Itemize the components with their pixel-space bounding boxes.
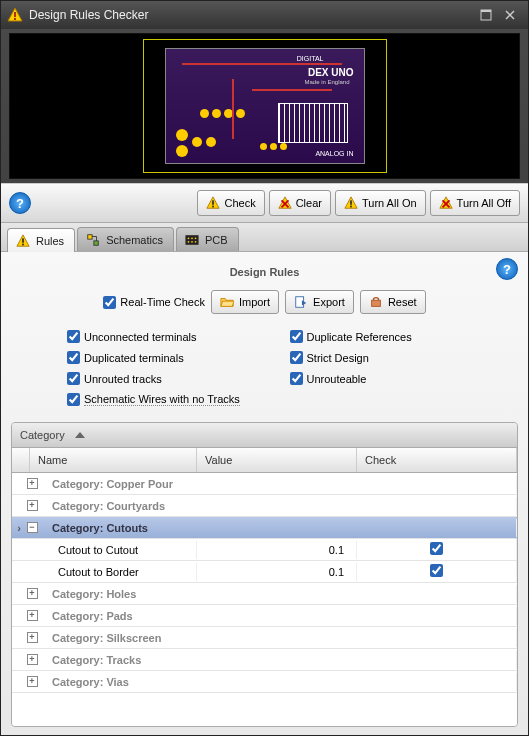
turn-all-off-button[interactable]: Turn All Off (430, 190, 520, 216)
expand-icon[interactable]: + (26, 588, 44, 599)
minimize-button[interactable] (474, 6, 498, 24)
col-check[interactable]: Check (357, 448, 517, 472)
table-row[interactable]: Cutout to Border0.1 (12, 561, 517, 583)
row-name: Cutout to Border (44, 563, 197, 581)
svg-point-27 (188, 237, 190, 239)
warning-icon (206, 196, 220, 210)
check-duplicate-ref[interactable]: Duplicate References (290, 330, 489, 343)
group-by-label: Category (20, 429, 65, 441)
category-label: Category: Holes (44, 585, 517, 603)
check-schem-wires[interactable]: Schematic Wires with no Tracks (67, 393, 488, 406)
warning-x-icon (439, 196, 453, 210)
tab-schematics[interactable]: Schematics (77, 227, 174, 251)
window-title: Design Rules Checker (29, 8, 474, 22)
sort-asc-icon (75, 432, 85, 438)
category-label: Category: Courtyards (44, 497, 517, 515)
svg-rect-15 (350, 206, 352, 208)
expand-icon[interactable]: + (26, 632, 44, 643)
table-category-row[interactable]: +Category: Vias (12, 671, 517, 693)
category-label: Category: Tracks (44, 651, 517, 669)
col-value[interactable]: Value (197, 448, 357, 472)
realtime-label: Real-Time Check (120, 296, 205, 308)
table-category-row[interactable]: +Category: Copper Pour (12, 473, 517, 495)
table-category-row[interactable]: +Category: Courtyards (12, 495, 517, 517)
svg-rect-1 (14, 12, 16, 17)
schematics-icon (86, 233, 100, 247)
check-unconnected[interactable]: Unconnected terminals (67, 330, 266, 343)
svg-rect-14 (350, 200, 352, 204)
tab-rules[interactable]: Rules (7, 228, 75, 252)
export-icon (294, 295, 308, 309)
row-check[interactable] (357, 539, 517, 560)
svg-point-31 (191, 241, 193, 243)
check-button[interactable]: Check (197, 190, 264, 216)
folder-open-icon (220, 295, 234, 309)
app-icon (7, 7, 23, 23)
expand-icon[interactable]: + (26, 654, 44, 665)
table-category-row[interactable]: +Category: Tracks (12, 649, 517, 671)
check-unrouteable[interactable]: Unrouteable (290, 372, 489, 385)
tab-pcb-label: PCB (205, 234, 228, 246)
svg-point-28 (191, 237, 193, 239)
warning-icon (16, 234, 30, 248)
svg-rect-22 (88, 235, 92, 239)
table-category-row[interactable]: +Category: Holes (12, 583, 517, 605)
reset-icon (369, 295, 383, 309)
warning-icon (344, 196, 358, 210)
clear-label: Clear (296, 197, 322, 209)
close-button[interactable] (498, 6, 522, 24)
import-label: Import (239, 296, 270, 308)
tab-pcb[interactable]: PCB (176, 227, 239, 251)
pcb-icon (185, 233, 199, 247)
category-label: Category: Vias (44, 673, 517, 691)
table-category-row[interactable]: +Category: Silkscreen (12, 627, 517, 649)
check-unrouted[interactable]: Unrouted tracks (67, 372, 266, 385)
table-row[interactable]: Cutout to Cutout0.1 (12, 539, 517, 561)
check-label: Check (224, 197, 255, 209)
realtime-checkbox[interactable] (103, 296, 116, 309)
svg-point-29 (195, 237, 197, 239)
category-label: Category: Pads (44, 607, 517, 625)
check-duplicated[interactable]: Duplicated terminals (67, 351, 266, 364)
svg-rect-20 (22, 238, 24, 242)
realtime-check[interactable]: Real-Time Check (103, 296, 205, 309)
table-category-row[interactable]: +Category: Pads (12, 605, 517, 627)
tab-schematics-label: Schematics (106, 234, 163, 246)
svg-rect-21 (22, 244, 24, 246)
export-button[interactable]: Export (285, 290, 354, 314)
row-value[interactable]: 0.1 (197, 541, 357, 559)
turn-all-on-button[interactable]: Turn All On (335, 190, 426, 216)
reset-button[interactable]: Reset (360, 290, 426, 314)
expand-icon[interactable]: + (26, 500, 44, 511)
warning-x-icon (278, 196, 292, 210)
check-strict[interactable]: Strict Design (290, 351, 489, 364)
pcb-preview: DIGITAL DEX UNO Made in England ANALOG I… (9, 33, 520, 179)
category-label: Category: Silkscreen (44, 629, 517, 647)
svg-rect-23 (94, 241, 98, 245)
collapse-icon[interactable]: − (26, 522, 44, 533)
expand-icon[interactable]: + (26, 676, 44, 687)
section-title: Design Rules (230, 266, 300, 278)
row-check[interactable] (357, 561, 517, 582)
tab-rules-label: Rules (36, 235, 64, 247)
svg-rect-26 (186, 236, 198, 245)
svg-rect-2 (14, 18, 16, 20)
expand-icon[interactable]: + (26, 478, 44, 489)
table-category-row[interactable]: ›−Category: Cutouts (12, 517, 517, 539)
svg-rect-4 (481, 10, 491, 12)
help-button-section[interactable]: ? (496, 258, 518, 280)
svg-rect-8 (213, 200, 215, 204)
col-expand (12, 448, 30, 472)
help-button[interactable]: ? (9, 192, 31, 214)
row-name: Cutout to Cutout (44, 541, 197, 559)
row-value[interactable]: 0.1 (197, 563, 357, 581)
clear-button[interactable]: Clear (269, 190, 331, 216)
group-by-header[interactable]: Category (12, 423, 517, 447)
category-label: Category: Cutouts (44, 519, 517, 537)
import-button[interactable]: Import (211, 290, 279, 314)
svg-rect-9 (213, 206, 215, 208)
expand-icon[interactable]: + (26, 610, 44, 621)
category-label: Category: Copper Pour (44, 475, 517, 493)
svg-marker-10 (279, 197, 291, 208)
col-name[interactable]: Name (30, 448, 197, 472)
